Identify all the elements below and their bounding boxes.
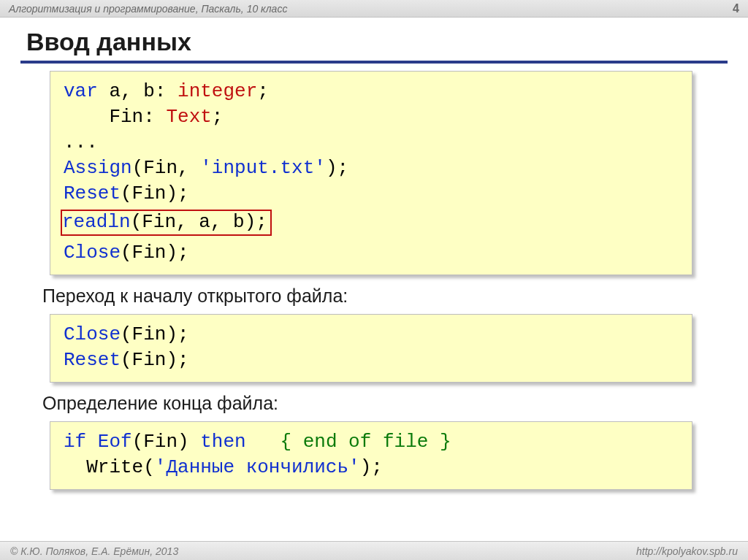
- header-bar: Алгоритмизация и программирование, Паска…: [0, 0, 748, 18]
- code-line: var a, b: integer;: [64, 79, 679, 104]
- footer-bar: © К.Ю. Поляков, Е.А. Ерёмин, 2013 http:/…: [0, 541, 748, 560]
- code-block-1: var a, b: integer; Fin: Text; ... Assign…: [50, 71, 692, 275]
- caption-2: Определение конца файла:: [42, 393, 728, 414]
- code-line: Close(Fin);: [64, 322, 679, 348]
- caption-1: Переход к началу открытого файла:: [42, 285, 728, 307]
- code-line: Fin: Text;: [64, 104, 679, 130]
- code-line: Reset(Fin);: [64, 348, 679, 373]
- code-block-3: if Eof(Fin) then { end of file } Write('…: [50, 421, 692, 490]
- code-line: Close(Fin);: [64, 240, 679, 266]
- copyright: © К.Ю. Поляков, Е.А. Ерёмин, 2013: [10, 545, 178, 557]
- code-line: Assign(Fin, 'input.txt');: [64, 156, 679, 181]
- code-line: Write('Данные кончились');: [64, 455, 679, 480]
- code-block-2: Close(Fin); Reset(Fin);: [50, 314, 692, 383]
- footer-link: http://kpolyakov.spb.ru: [636, 545, 738, 557]
- page-title: Ввод данных: [20, 25, 728, 64]
- breadcrumb: Алгоритмизация и программирование, Паска…: [9, 3, 287, 15]
- code-line: readln(Fin, a, b);: [64, 210, 679, 235]
- page-number: 4: [733, 2, 739, 15]
- code-line: Reset(Fin);: [64, 181, 679, 207]
- code-line: ...: [64, 130, 679, 156]
- code-line: if Eof(Fin) then { end of file }: [64, 429, 679, 455]
